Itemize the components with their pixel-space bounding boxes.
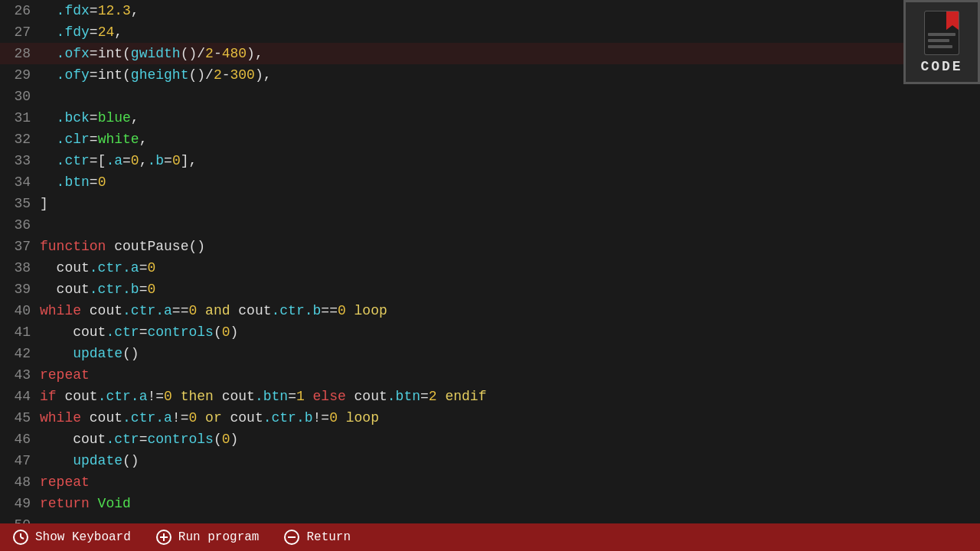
code-token: 0 [222, 432, 230, 447]
run-program-label: Run program [178, 530, 260, 544]
code-token: .ofy [40, 67, 90, 83]
code-content: .clr=white, [40, 132, 147, 147]
code-token: .ctr [122, 303, 155, 318]
code-token: .b [296, 410, 313, 425]
line-number: 43 [3, 367, 40, 383]
show-keyboard-label: Show Keyboard [35, 530, 131, 544]
table-row: 47 update() [0, 450, 980, 471]
code-token: 0 [147, 282, 155, 297]
table-row: 39 cout.ctr.b=0 [0, 279, 980, 300]
code-token: .ctr [90, 282, 122, 297]
code-content: while cout.ctr.a==0 and cout.ctr.b==0 lo… [40, 303, 387, 318]
line-number: 41 [3, 324, 40, 340]
code-token: 0 [329, 410, 338, 425]
code-token: =[ [90, 153, 106, 168]
code-token: return [40, 496, 90, 511]
line-number: 31 [3, 110, 40, 126]
code-token: .fdx [40, 3, 90, 18]
code-token: .ctr [272, 303, 305, 318]
show-keyboard-button[interactable]: Show Keyboard [12, 529, 131, 546]
table-row: 26 .fdx=12.3, [0, 0, 980, 21]
code-token: = [139, 324, 148, 340]
line-number: 29 [3, 67, 40, 83]
code-token: .a [106, 153, 122, 168]
code-token: white [98, 132, 139, 147]
code-token: / [205, 67, 214, 83]
line-number: 28 [3, 46, 40, 61]
code-token: controls [147, 324, 213, 340]
code-token: 12.3 [98, 3, 131, 18]
code-token: () [122, 346, 139, 361]
code-token: .btn [387, 389, 420, 404]
code-token: 0 [98, 174, 106, 190]
code-token: = [139, 282, 148, 297]
line-number: 30 [3, 89, 40, 104]
code-content: .btn=0 [40, 174, 106, 190]
code-token: cout [222, 389, 255, 404]
code-token: .ctr [90, 260, 122, 276]
code-token: != [313, 410, 330, 425]
code-content: .fdy=24, [40, 24, 122, 40]
code-token: .fdy [40, 24, 90, 40]
code-content: repeat [40, 367, 90, 383]
code-token: and [197, 303, 238, 318]
line-number: 32 [3, 132, 40, 147]
line-number: 46 [3, 432, 40, 447]
line-number: 27 [3, 24, 40, 40]
table-row: 44if cout.ctr.a!=0 then cout.btn=1 else … [0, 386, 980, 407]
code-token: != [172, 410, 189, 425]
code-token: .ctr [263, 410, 296, 425]
svg-rect-3 [928, 33, 956, 36]
code-token: cout [40, 282, 90, 297]
table-row: 48repeat [0, 471, 980, 493]
table-row: 30 [0, 86, 980, 107]
code-token: cout [57, 389, 98, 404]
code-token: function [40, 239, 106, 254]
code-token: ), [255, 67, 272, 83]
code-token: 300 [230, 67, 255, 83]
code-token: 2 [429, 389, 437, 404]
line-number: 38 [3, 260, 40, 276]
code-token: ], [181, 153, 198, 168]
code-token: - [214, 46, 222, 61]
code-token: or [197, 410, 230, 425]
code-token: repeat [40, 474, 90, 490]
code-content: cout.ctr.b=0 [40, 282, 155, 297]
code-content: .ofy=int(gheight()/2-300), [40, 67, 272, 83]
code-token: = [90, 67, 98, 83]
code-token: .a [155, 410, 172, 425]
code-token: 0 [164, 389, 172, 404]
line-number: 49 [3, 496, 40, 511]
code-token: .ctr [98, 389, 131, 404]
code-token: .bck [40, 110, 90, 126]
line-number: 39 [3, 282, 40, 297]
code-token: = [139, 432, 148, 447]
code-content: if cout.ctr.a!=0 then cout.btn=1 else co… [40, 389, 486, 404]
code-content: .ctr=[.a=0,.b=0], [40, 153, 197, 168]
code-token: .ofx [40, 46, 90, 61]
run-program-button[interactable]: Run program [155, 529, 260, 546]
code-content: repeat [40, 474, 90, 490]
code-token: int [98, 67, 122, 83]
code-token: cout [40, 432, 106, 447]
line-number: 47 [3, 453, 40, 468]
lines-container: 26 .fdx=12.3,27 .fdy=24,28 .ofx=int(gwid… [0, 0, 980, 523]
code-token: while [40, 410, 81, 425]
minus-circle-icon [283, 529, 300, 546]
table-row: 28 .ofx=int(gwidth()/2-480), [0, 43, 980, 64]
line-number: 37 [3, 239, 40, 254]
code-token: = [122, 153, 131, 168]
code-token: , [139, 153, 148, 168]
code-token: .ctr [40, 153, 90, 168]
code-token: = [90, 46, 98, 61]
code-token: .a [122, 260, 139, 276]
code-token: endif [437, 389, 487, 404]
return-button[interactable]: Return [283, 529, 351, 546]
code-token: cout [238, 303, 271, 318]
line-number: 40 [3, 303, 40, 318]
table-row: 34 .btn=0 [0, 171, 980, 193]
code-token: cout [230, 410, 263, 425]
code-token: , [131, 110, 139, 126]
svg-rect-4 [928, 39, 949, 42]
return-label: Return [306, 530, 351, 544]
